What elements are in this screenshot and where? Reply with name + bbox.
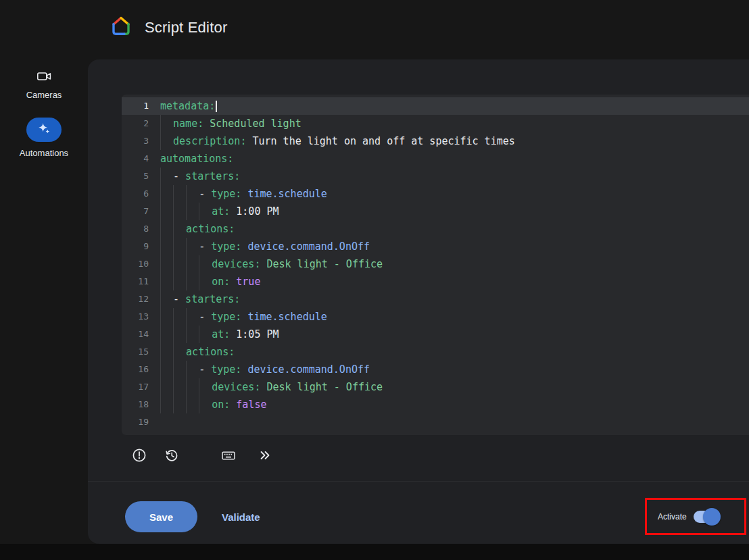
code-line-13[interactable]: 13- type: time.schedule (122, 308, 749, 326)
indent-guide (160, 378, 173, 396)
token-key: starters: (185, 168, 240, 185)
code-line-1[interactable]: 1metadata: (122, 97, 749, 115)
token-dash: - (199, 361, 211, 378)
code-line-7[interactable]: 7at: 1:00 PM (122, 203, 749, 220)
token-dash: - (199, 308, 211, 326)
activate-toggle[interactable] (694, 511, 719, 523)
line-number: 10 (122, 255, 149, 273)
token-key: devices: (212, 378, 260, 396)
line-number: 7 (122, 203, 149, 220)
code-line-18[interactable]: 18on: false (122, 396, 749, 413)
token-key: metadata: (160, 97, 215, 115)
indent-guide (186, 378, 199, 396)
footer-divider (88, 481, 749, 482)
code-line-15[interactable]: 15actions: (122, 343, 749, 361)
line-number: 2 (122, 115, 149, 132)
code-line-17[interactable]: 17devices: Desk light - Office (122, 378, 749, 396)
indent-guide (186, 203, 199, 220)
history-icon (164, 448, 179, 463)
indent-guide (160, 185, 173, 203)
code-line-19[interactable]: 19 (122, 413, 749, 431)
code-line-9[interactable]: 9- type: device.command.OnOff (122, 238, 749, 255)
indent-guide (173, 361, 186, 378)
indent-guide (160, 290, 173, 308)
bottom-strip (0, 544, 749, 560)
indent-guide (160, 203, 173, 220)
save-button[interactable]: Save (125, 501, 197, 532)
token-plain (230, 273, 236, 290)
indent-guide (160, 168, 173, 185)
camera-icon (37, 69, 51, 84)
code-line-content: devices: Desk light - Office (160, 378, 749, 396)
token-dash: - (173, 290, 185, 308)
expand-button[interactable] (251, 442, 279, 469)
indent-guide (186, 255, 199, 273)
keyboard-button[interactable] (215, 442, 242, 469)
code-line-content (160, 413, 749, 431)
line-number: 18 (122, 396, 149, 413)
code-line-16[interactable]: 16- type: device.command.OnOff (122, 361, 749, 378)
page-title: Script Editor (145, 19, 227, 36)
code-line-content: at: 1:05 PM (160, 326, 749, 343)
code-line-5[interactable]: 5- starters: (122, 168, 749, 185)
code-line-content: - starters: (160, 290, 749, 308)
indent-guide (160, 273, 173, 290)
validate-button[interactable]: Validate (214, 501, 268, 532)
code-line-8[interactable]: 8actions: (122, 220, 749, 238)
code-line-content: - type: time.schedule (160, 308, 749, 326)
code-line-content: - type: time.schedule (160, 185, 749, 203)
line-number: 8 (122, 220, 149, 238)
indent-guide (173, 203, 186, 220)
sidebar: Cameras Automations (0, 59, 88, 158)
token-str: Desk light - Office (260, 255, 383, 273)
editor-toolbar (126, 442, 279, 469)
indent-guide (173, 255, 186, 273)
code-line-content: - type: device.command.OnOff (160, 361, 749, 378)
indent-guide (160, 238, 173, 255)
code-line-12[interactable]: 12- starters: (122, 290, 749, 308)
active-nav-pill (26, 118, 62, 142)
indent-guide (199, 396, 212, 413)
history-button[interactable] (158, 442, 185, 469)
problems-button[interactable] (126, 442, 153, 469)
code-line-11[interactable]: 11on: true (122, 273, 749, 290)
token-key: devices: (212, 255, 260, 273)
token-str: Desk light - Office (260, 378, 383, 396)
indent-guide (160, 220, 173, 238)
indent-guide (186, 185, 199, 203)
line-number: 4 (122, 150, 149, 168)
code-editor[interactable]: 1metadata:2name: Scheduled light3descrip… (122, 95, 749, 435)
code-line-3[interactable]: 3description: Turn the light on and off … (122, 132, 749, 150)
activate-control: Activate (658, 505, 719, 529)
indent-guide (199, 378, 212, 396)
code-line-content: automations: (160, 150, 749, 168)
indent-guide (199, 203, 212, 220)
code-line-content: actions: (160, 343, 749, 361)
token-key: type: (211, 185, 241, 203)
code-line-10[interactable]: 10devices: Desk light - Office (122, 255, 749, 273)
sidebar-item-automations[interactable]: Automations (20, 118, 68, 158)
toggle-knob (703, 508, 721, 526)
code-line-2[interactable]: 2name: Scheduled light (122, 115, 749, 132)
code-line-content: metadata: (160, 97, 749, 115)
line-number: 3 (122, 132, 149, 150)
token-ident: device.command.OnOff (241, 238, 370, 255)
token-key: description: (173, 132, 246, 150)
indent-guide (160, 326, 173, 343)
token-key: name: (173, 115, 203, 132)
indent-guide (160, 115, 173, 132)
code-line-14[interactable]: 14at: 1:05 PM (122, 326, 749, 343)
indent-guide (173, 326, 186, 343)
code-line-4[interactable]: 4automations: (122, 150, 749, 168)
code-line-6[interactable]: 6- type: time.schedule (122, 185, 749, 203)
line-number: 19 (122, 413, 149, 431)
sidebar-item-cameras[interactable]: Cameras (26, 69, 62, 100)
token-plain: Turn the light on and off at specific ti… (246, 132, 514, 150)
indent-guide (186, 326, 199, 343)
token-bool: false (236, 396, 266, 413)
token-plain: 1:00 PM (230, 203, 279, 220)
token-key: actions: (186, 343, 235, 361)
indent-guide (173, 378, 186, 396)
indent-guide (173, 308, 186, 326)
token-key: on: (212, 396, 230, 413)
